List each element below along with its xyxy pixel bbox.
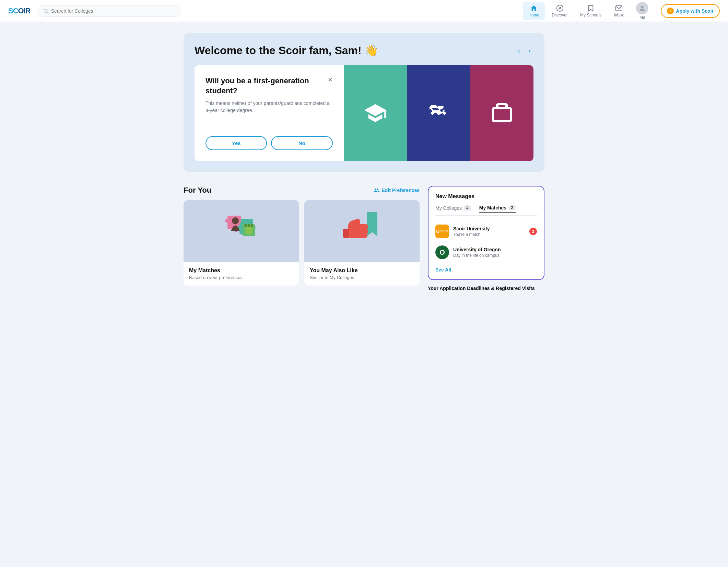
- welcome-section: Welcome to the Scoir fam, Sam! 👋 ‹ › Wil…: [184, 33, 544, 172]
- svg-rect-9: [251, 224, 253, 227]
- thumbs-illustration: [334, 205, 389, 257]
- close-question-button[interactable]: ✕: [328, 76, 333, 84]
- next-arrow-button[interactable]: ›: [526, 45, 533, 56]
- deadlines-title: Your Application Deadlines & Registered …: [428, 286, 544, 291]
- my-matches-image: [184, 200, 299, 262]
- messages-title: New Messages: [435, 193, 537, 200]
- briefcase-icon: [490, 101, 514, 125]
- message-item-scoir-university[interactable]: USCOIR Scoir University You're a match! …: [435, 221, 537, 242]
- icon-card-briefcase[interactable]: [470, 65, 533, 161]
- search-input[interactable]: [51, 8, 176, 14]
- search-icon: [43, 8, 48, 14]
- main-content: Welcome to the Scoir fam, Sam! 👋 ‹ › Wil…: [175, 22, 553, 302]
- for-you-header: For You Edit Preferences: [184, 186, 420, 195]
- nav-item-discover[interactable]: Discover: [546, 2, 573, 20]
- nav-item-inbox[interactable]: Inbox: [608, 2, 629, 20]
- graduation-icon: [363, 101, 387, 125]
- nav-label-inbox: Inbox: [614, 13, 624, 17]
- you-may-also-like-info: You May Also Like Similar to My Colleges: [304, 262, 420, 286]
- message-item-university-of-oregon[interactable]: O University of Oregon Day in the life o…: [435, 242, 537, 263]
- no-button[interactable]: No: [271, 136, 332, 150]
- question-card-header: Will you be a first-generation student? …: [206, 76, 333, 96]
- university-of-oregon-preview: Day in the life on campus: [453, 253, 537, 258]
- university-of-oregon-info: University of Oregon Day in the life on …: [453, 247, 537, 258]
- right-panel: New Messages My Colleges 4 My Matches 2 …: [428, 186, 544, 291]
- my-matches-title: My Matches: [189, 267, 293, 274]
- welcome-header: Welcome to the Scoir fam, Sam! 👋 ‹ ›: [195, 44, 533, 57]
- feature-cards: My Matches Based on your preferences: [184, 200, 420, 286]
- my-matches-info: My Matches Based on your preferences: [184, 262, 299, 286]
- nav-item-my-schools[interactable]: My Schools: [575, 2, 607, 20]
- msg-tab-my-colleges[interactable]: My Colleges 4: [435, 205, 471, 213]
- svg-rect-11: [343, 229, 349, 238]
- icon-card-graduation[interactable]: [344, 65, 407, 161]
- nav-label-my-schools: My Schools: [580, 13, 601, 17]
- svg-marker-3: [559, 7, 561, 10]
- bookmark-icon: [587, 4, 595, 12]
- message-tabs: My Colleges 4 My Matches 2: [435, 205, 537, 216]
- msg-tab-my-matches-count: 2: [508, 205, 516, 210]
- svg-point-4: [641, 5, 644, 8]
- welcome-title: Welcome to the Scoir fam, Sam! 👋: [195, 44, 378, 57]
- edit-prefs-label: Edit Preferences: [382, 188, 420, 193]
- svg-rect-8: [248, 224, 250, 227]
- scoir-university-logo: USCOIR: [435, 225, 449, 238]
- inbox-icon: [615, 4, 623, 12]
- you-may-also-like-title: You May Also Like: [310, 267, 414, 274]
- svg-rect-7: [245, 224, 247, 227]
- msg-tab-my-matches[interactable]: My Matches 2: [479, 205, 516, 213]
- icon-card-handshake[interactable]: [407, 65, 470, 161]
- apply-btn-label: Apply with Scoir: [676, 8, 714, 14]
- svg-rect-10: [246, 227, 252, 234]
- for-you-section: For You Edit Preferences: [184, 186, 544, 291]
- discover-icon: [556, 4, 564, 12]
- messages-card: New Messages My Colleges 4 My Matches 2 …: [428, 186, 544, 280]
- yes-button[interactable]: Yes: [206, 136, 267, 150]
- carousel-arrows: ‹ ›: [515, 45, 533, 56]
- apply-with-scoir-button[interactable]: ⚡ Apply with Scoir: [661, 4, 720, 18]
- question-actions: Yes No: [206, 136, 333, 150]
- prev-arrow-button[interactable]: ‹: [515, 45, 523, 56]
- nav-label-discover: Discover: [552, 13, 568, 17]
- edit-preferences-button[interactable]: Edit Preferences: [374, 187, 420, 193]
- my-matches-card[interactable]: My Matches Based on your preferences: [184, 200, 299, 286]
- edit-prefs-icon: [374, 187, 380, 193]
- scoir-university-preview: You're a match!: [453, 232, 525, 237]
- svg-point-5: [232, 217, 239, 224]
- home-icon: [530, 4, 538, 12]
- search-bar[interactable]: [37, 5, 181, 17]
- university-of-oregon-logo: O: [435, 245, 449, 259]
- svg-point-0: [44, 9, 47, 12]
- msg-tab-my-colleges-count: 4: [464, 205, 471, 211]
- nav-links: Home Discover My Schools Inbox: [523, 0, 720, 23]
- my-matches-subtitle: Based on your preferences: [189, 275, 293, 280]
- scoir-university-name: Scoir University: [453, 226, 525, 231]
- handshake-icon: [426, 101, 450, 125]
- scoir-university-unread-badge: 2: [529, 228, 537, 235]
- welcome-cards-row: Will you be a first-generation student? …: [195, 65, 533, 161]
- svg-line-1: [47, 12, 48, 13]
- avatar: [636, 2, 648, 14]
- navbar: SCOIR Home Discover My School: [0, 0, 728, 22]
- you-may-also-like-image: [304, 200, 420, 262]
- scoir-university-info: Scoir University You're a match!: [453, 226, 525, 237]
- for-you-left: For You Edit Preferences: [184, 186, 420, 286]
- puzzle-illustration: [212, 205, 270, 257]
- msg-tab-my-matches-label: My Matches: [479, 205, 506, 210]
- nav-item-me[interactable]: Me: [631, 0, 654, 23]
- you-may-also-like-subtitle: Similar to My Colleges: [310, 275, 414, 280]
- see-all-button[interactable]: See All: [435, 267, 451, 273]
- university-of-oregon-name: University of Oregon: [453, 247, 537, 252]
- nav-label-home: Home: [528, 13, 539, 17]
- question-description: This means neither of your parents/guard…: [206, 100, 333, 114]
- nav-item-home[interactable]: Home: [523, 2, 545, 20]
- apply-lightning-icon: ⚡: [667, 8, 674, 14]
- logo[interactable]: SCOIR: [8, 7, 31, 15]
- for-you-title: For You: [184, 186, 211, 195]
- msg-tab-my-colleges-label: My Colleges: [435, 205, 462, 211]
- question-card: Will you be a first-generation student? …: [195, 65, 344, 161]
- nav-label-me: Me: [639, 15, 645, 20]
- you-may-also-like-card[interactable]: You May Also Like Similar to My Colleges: [304, 200, 420, 286]
- question-title: Will you be a first-generation student?: [206, 76, 314, 96]
